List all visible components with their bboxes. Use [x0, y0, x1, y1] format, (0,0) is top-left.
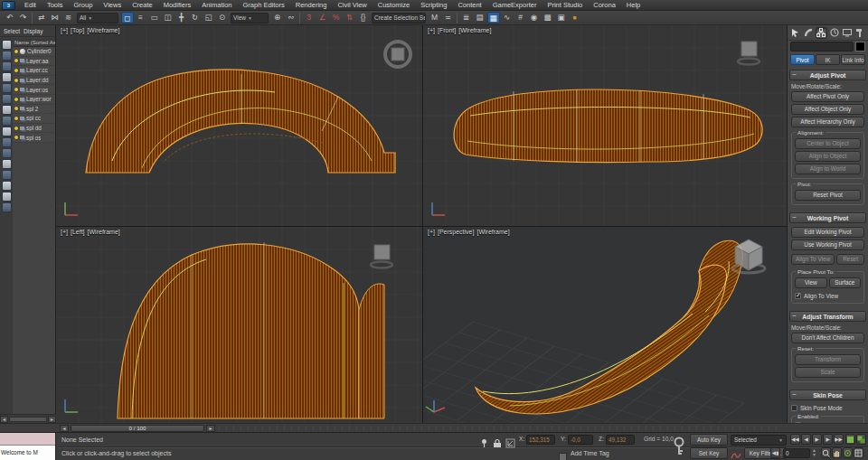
orbit-icon[interactable]: [843, 447, 853, 458]
list-item[interactable]: Layer:wor: [13, 95, 55, 105]
ribbon-toggle-icon[interactable]: ▤: [474, 12, 486, 23]
material-editor-icon[interactable]: ◉: [528, 12, 541, 23]
list-item[interactable]: Cylinder0: [13, 47, 55, 57]
list-item[interactable]: Layer:dd: [13, 76, 55, 86]
select-and-scale-icon[interactable]: ◱: [203, 12, 215, 23]
scene-explorer-toggle-icon[interactable]: ▦: [487, 12, 500, 23]
visibility-bulb-icon[interactable]: [14, 127, 18, 130]
menu-modifiers[interactable]: Modifiers: [158, 0, 196, 11]
align-to-view-button[interactable]: Align To View: [791, 254, 835, 265]
frame-spinner[interactable]: ▲▼: [812, 448, 816, 457]
zoom-extents-all-icon[interactable]: [856, 434, 866, 445]
time-next-icon[interactable]: ►: [206, 425, 215, 432]
menu-graph-editors[interactable]: Graph Editors: [238, 0, 290, 11]
model-wireframe[interactable]: [454, 89, 762, 163]
render-production-icon[interactable]: ●: [569, 12, 581, 23]
menu-print-studio[interactable]: Print Studio: [542, 0, 588, 11]
coordinate-display-icon[interactable]: [505, 436, 515, 452]
app-logo-icon[interactable]: 3: [2, 1, 15, 10]
menu-rendering[interactable]: Rendering: [290, 0, 333, 11]
time-prev-icon[interactable]: ◄: [60, 425, 69, 432]
viewport-name-label[interactable]: [Perspective]: [438, 229, 474, 235]
list-item[interactable]: Layer:cc: [13, 66, 55, 76]
tab-utilities-icon[interactable]: [854, 27, 865, 39]
set-key-button[interactable]: Set Key: [690, 447, 728, 459]
named-selection-set-dropdown[interactable]: Create Selection Se▼: [372, 13, 426, 23]
viewport-name-label[interactable]: [Top]: [71, 27, 84, 33]
affect-object-only-button[interactable]: Affect Object Only: [791, 104, 864, 115]
viewport-menu-plus[interactable]: [+]: [61, 229, 68, 235]
schematic-view-icon[interactable]: #: [514, 12, 527, 23]
reset-transform-button[interactable]: Transform: [795, 354, 861, 365]
scroll-right-icon[interactable]: ►: [48, 416, 56, 423]
viewport-menu-plus[interactable]: [+]: [428, 229, 435, 235]
viewport-shading-label[interactable]: [Wireframe]: [88, 229, 120, 235]
auto-key-button[interactable]: Auto Key: [690, 434, 728, 446]
menu-content[interactable]: Content: [452, 0, 486, 11]
rollout-adjust-transform[interactable]: − Adjust Transform: [789, 311, 866, 322]
viewport-left[interactable]: [+] [Left] [Wireframe]: [56, 227, 422, 423]
list-item[interactable]: spl 2: [13, 105, 55, 115]
window-crossing-icon[interactable]: ◫: [162, 12, 175, 23]
menu-views[interactable]: Views: [98, 0, 127, 11]
maximize-viewport-toggle-icon[interactable]: [854, 447, 863, 458]
rollout-working-pivot[interactable]: − Working Pivot: [789, 212, 866, 223]
scroll-thumb[interactable]: [9, 417, 47, 422]
menu-help[interactable]: Help: [621, 0, 646, 11]
explorer-filter-icon[interactable]: [2, 105, 12, 115]
explorer-select-menu[interactable]: Select: [4, 26, 20, 35]
x-coordinate-field[interactable]: 152,315: [526, 435, 555, 445]
reset-pivot-button[interactable]: Reset Pivot: [795, 190, 861, 201]
explorer-filter-icon[interactable]: [2, 170, 12, 180]
use-working-pivot-button[interactable]: Use Working Pivot: [791, 239, 864, 250]
time-tag-icon[interactable]: [559, 448, 567, 460]
tab-hierarchy-icon[interactable]: [816, 27, 827, 39]
place-surface-button[interactable]: Surface: [829, 277, 862, 288]
bind-to-space-warp-icon[interactable]: ≋: [62, 12, 75, 23]
default-in-out-tangent-icon[interactable]: [731, 448, 741, 460]
key-selection-dropdown[interactable]: Selected▼: [731, 435, 787, 446]
visibility-bulb-icon[interactable]: [14, 107, 18, 110]
viewport-shading-label[interactable]: [Wireframe]: [87, 27, 119, 33]
explorer-filter-icon[interactable]: [2, 116, 12, 126]
selection-filter-dropdown[interactable]: All▼: [77, 13, 118, 23]
list-item[interactable]: Layer:aa: [13, 57, 55, 67]
select-and-manipulate-icon[interactable]: ∾: [285, 12, 297, 23]
explorer-filter-icon[interactable]: [2, 159, 12, 169]
rollout-skin-pose[interactable]: − Skin Pose: [789, 390, 866, 400]
place-view-button[interactable]: View: [795, 277, 827, 288]
z-coordinate-field[interactable]: 49,132: [606, 435, 635, 445]
explorer-filter-icon[interactable]: [2, 94, 12, 104]
ik-mode-button[interactable]: IK: [816, 54, 840, 65]
list-item[interactable]: spl dd: [13, 124, 55, 134]
isolate-selection-icon[interactable]: [480, 436, 488, 452]
edit-working-pivot-button[interactable]: Edit Working Pivot: [791, 227, 864, 238]
menu-scripting[interactable]: Scripting: [415, 0, 452, 11]
render-setup-icon[interactable]: ▩: [542, 12, 554, 23]
explorer-filter-icon[interactable]: [2, 72, 12, 82]
explorer-filter-icon[interactable]: [2, 61, 12, 71]
layer-explorer-icon[interactable]: ≣: [460, 12, 473, 23]
set-keys-icon[interactable]: [673, 437, 686, 460]
list-item[interactable]: Layer:os: [13, 85, 55, 95]
zoom-extents-icon[interactable]: [845, 434, 855, 445]
viewport-menu-plus[interactable]: [+]: [428, 27, 435, 33]
track-bar-ticks[interactable]: [219, 426, 783, 431]
edit-named-selection-sets-icon[interactable]: {}: [357, 12, 370, 23]
explorer-filter-icon[interactable]: [2, 40, 12, 50]
mirror-icon[interactable]: M: [429, 12, 441, 23]
scroll-left-icon[interactable]: ◄: [0, 416, 8, 423]
reset-scale-button[interactable]: Scale: [795, 367, 861, 378]
affect-hierarchy-only-button[interactable]: Affect Hierarchy Only: [791, 117, 864, 127]
viewport-menu-plus[interactable]: [+]: [61, 27, 68, 33]
select-and-rotate-icon[interactable]: ↻: [189, 12, 202, 23]
explorer-filter-icon[interactable]: [2, 137, 12, 147]
reset-button[interactable]: Reset: [836, 254, 864, 265]
redo-icon[interactable]: ↷: [17, 12, 30, 23]
align-to-object-button[interactable]: Align to Object: [795, 151, 861, 162]
next-frame-icon[interactable]: ▶: [823, 434, 833, 445]
selection-lock-icon[interactable]: [493, 436, 502, 452]
curve-editor-icon[interactable]: ∿: [501, 12, 514, 23]
play-icon[interactable]: ▶: [812, 434, 822, 445]
visibility-bulb-icon[interactable]: [14, 117, 18, 120]
